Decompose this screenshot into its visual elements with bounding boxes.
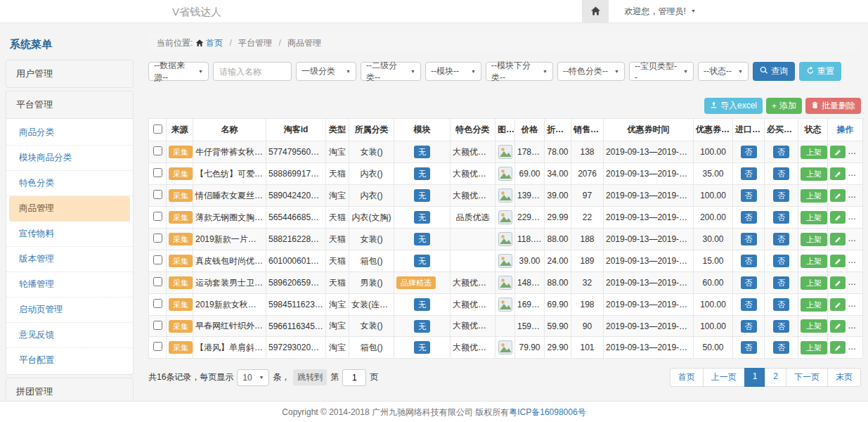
delete-button[interactable] xyxy=(848,146,862,158)
sidebar-item[interactable]: 特色分类 xyxy=(6,171,133,196)
icp-link[interactable]: 粤ICP备16098006号 xyxy=(509,407,585,417)
sidebar-item[interactable]: 版本管理 xyxy=(6,247,133,272)
status-button[interactable]: 上架 xyxy=(801,298,827,312)
sidebar-item[interactable]: 商品管理 xyxy=(9,196,130,222)
sidebar-item[interactable]: 平台配置 xyxy=(6,348,133,373)
sidebar-section[interactable]: 拼团管理 xyxy=(6,378,134,401)
feature-category-select[interactable]: --特色分类--▼ xyxy=(557,62,625,81)
edit-button[interactable] xyxy=(830,233,846,245)
edit-button[interactable] xyxy=(830,255,846,267)
sidebar-item[interactable]: 轮播管理 xyxy=(6,272,133,298)
must-buy-toggle[interactable]: 否 xyxy=(773,211,789,224)
row-checkbox[interactable] xyxy=(153,255,162,264)
imported-toggle[interactable]: 否 xyxy=(741,298,757,311)
edit-button[interactable] xyxy=(830,298,846,311)
status-button[interactable]: 上架 xyxy=(801,341,827,354)
status-select[interactable]: --状态--▼ xyxy=(698,62,749,81)
edit-button[interactable] xyxy=(830,320,846,333)
sidebar-item[interactable]: 启动页管理 xyxy=(6,298,133,323)
user-menu[interactable]: 欢迎您，管理员! ▼ xyxy=(624,6,696,18)
jump-button[interactable]: 跳转到 xyxy=(293,369,327,385)
edit-button[interactable] xyxy=(830,146,846,158)
edit-button[interactable] xyxy=(830,167,846,180)
sidebar-item[interactable]: 意见反馈 xyxy=(6,323,133,348)
pager-button[interactable]: 2 xyxy=(765,368,786,387)
must-buy-toggle[interactable]: 否 xyxy=(773,298,789,311)
level1-category-select[interactable]: 一级分类▼ xyxy=(296,62,356,81)
breadcrumb-home-link[interactable]: 首页 xyxy=(206,38,223,48)
name-search-input[interactable] xyxy=(213,62,292,81)
data-source-select[interactable]: --数据来源--▼ xyxy=(148,62,209,81)
pager-button[interactable]: 1 xyxy=(744,368,766,387)
add-button[interactable]: + 添加 xyxy=(766,98,802,114)
row-checkbox[interactable] xyxy=(153,321,162,330)
import-excel-button[interactable]: 导入excel xyxy=(704,98,763,114)
delete-button[interactable] xyxy=(848,255,862,267)
row-checkbox[interactable] xyxy=(153,299,162,308)
row-checkbox[interactable] xyxy=(153,146,162,155)
imported-toggle[interactable]: 否 xyxy=(741,167,757,180)
item-type-select[interactable]: --宝贝类型--▼ xyxy=(629,62,694,81)
home-button[interactable] xyxy=(582,0,609,23)
must-buy-toggle[interactable]: 否 xyxy=(773,146,789,158)
imported-toggle[interactable]: 否 xyxy=(741,211,757,224)
delete-button[interactable] xyxy=(848,233,862,245)
must-buy-toggle[interactable]: 否 xyxy=(773,255,789,267)
module-select[interactable]: --模块--▼ xyxy=(425,62,481,81)
edit-button[interactable] xyxy=(830,341,846,354)
pager-button[interactable]: 上一页 xyxy=(703,368,745,387)
delete-button[interactable] xyxy=(848,341,862,354)
delete-button[interactable] xyxy=(848,167,862,180)
query-button[interactable]: 查询 xyxy=(753,62,795,81)
imported-toggle[interactable]: 否 xyxy=(741,320,757,333)
status-button[interactable]: 上架 xyxy=(801,233,827,246)
row-checkbox[interactable] xyxy=(153,190,162,199)
select-all-checkbox[interactable] xyxy=(153,124,162,134)
row-checkbox[interactable] xyxy=(153,212,162,221)
status-button[interactable]: 上架 xyxy=(801,211,827,224)
must-buy-toggle[interactable]: 否 xyxy=(773,167,789,180)
delete-button[interactable] xyxy=(848,276,862,289)
must-buy-toggle[interactable]: 否 xyxy=(773,189,789,202)
must-buy-toggle[interactable]: 否 xyxy=(773,233,789,245)
page-number-input[interactable] xyxy=(342,369,366,386)
imported-toggle[interactable]: 否 xyxy=(741,233,757,245)
status-button[interactable]: 上架 xyxy=(801,167,827,181)
delete-button[interactable] xyxy=(848,298,862,311)
pager-button[interactable]: 首页 xyxy=(670,368,704,387)
imported-toggle[interactable]: 否 xyxy=(741,341,757,354)
imported-toggle[interactable]: 否 xyxy=(741,255,757,267)
status-button[interactable]: 上架 xyxy=(801,319,827,333)
delete-button[interactable] xyxy=(848,211,862,224)
pager-button[interactable]: 末页 xyxy=(827,368,861,387)
reset-button[interactable]: 重置 xyxy=(799,62,841,81)
delete-button[interactable] xyxy=(848,189,862,202)
edit-button[interactable] xyxy=(830,276,846,289)
row-checkbox[interactable] xyxy=(153,234,162,243)
status-button[interactable]: 上架 xyxy=(801,255,827,268)
row-checkbox[interactable] xyxy=(153,168,162,177)
status-button[interactable]: 上架 xyxy=(801,146,827,159)
row-checkbox[interactable] xyxy=(153,342,162,351)
row-checkbox[interactable] xyxy=(153,277,162,286)
pager-button[interactable]: 下一页 xyxy=(786,368,828,387)
sidebar-section[interactable]: 用户管理 xyxy=(6,60,134,88)
edit-button[interactable] xyxy=(830,211,846,224)
status-button[interactable]: 上架 xyxy=(801,276,827,290)
sidebar-item[interactable]: 商品分类 xyxy=(6,120,133,146)
sidebar-item[interactable]: 宣传物料 xyxy=(6,222,133,247)
sidebar-section[interactable]: 平台管理 xyxy=(6,91,134,119)
status-button[interactable]: 上架 xyxy=(801,189,827,203)
must-buy-toggle[interactable]: 否 xyxy=(773,276,789,289)
level2-category-select[interactable]: --二级分类--▼ xyxy=(361,62,421,81)
delete-button[interactable] xyxy=(848,320,862,333)
module-subcategory-select[interactable]: --模块下分类--▼ xyxy=(486,62,553,81)
batch-delete-button[interactable]: 批量删除 xyxy=(805,98,861,114)
must-buy-toggle[interactable]: 否 xyxy=(773,341,789,354)
imported-toggle[interactable]: 否 xyxy=(741,189,757,202)
imported-toggle[interactable]: 否 xyxy=(741,276,757,289)
edit-button[interactable] xyxy=(830,189,846,202)
imported-toggle[interactable]: 否 xyxy=(741,146,757,158)
sidebar-item[interactable]: 模块商品分类 xyxy=(6,146,133,171)
must-buy-toggle[interactable]: 否 xyxy=(773,320,789,333)
